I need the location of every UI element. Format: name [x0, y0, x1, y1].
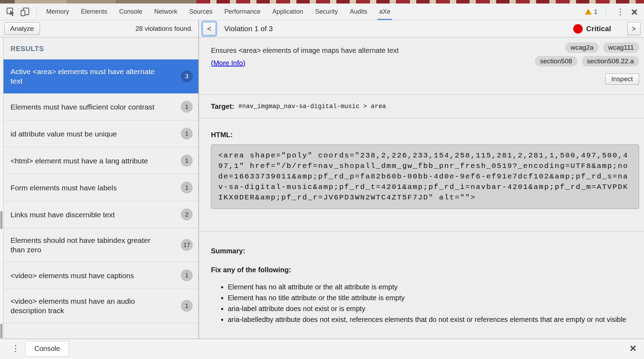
next-violation-button[interactable]: > — [627, 22, 640, 35]
html-label: HTML: — [211, 131, 639, 139]
target-selector: #nav_imgmap_nav-sa-digital-music > area — [238, 103, 386, 110]
violation-detail-panel: Ensures <area> elements of image maps ha… — [199, 37, 644, 339]
results-item-label: Elements should not have tabindex greate… — [11, 235, 155, 254]
violation-count-badge: 1 — [181, 300, 193, 312]
results-item[interactable]: Form elements must have labels1 — [4, 174, 198, 201]
fix-item: aria-labelledby attribute does not exist… — [228, 314, 634, 325]
tag-row: section508section508.22.a — [535, 56, 639, 66]
violation-tags: wcag2awcag111 section508section508.22.a — [535, 42, 639, 66]
results-item[interactable]: <html> element must have a lang attribut… — [4, 147, 198, 174]
toolbar-left-section: Analyze 28 violations found. — [0, 20, 199, 37]
devtools-tabbar: MemoryElementsConsoleNetworkSourcesPerfo… — [0, 3, 644, 20]
fix-item: Element has no title attribute or the ti… — [228, 293, 634, 303]
results-item[interactable]: Elements should not have tabindex greate… — [4, 228, 198, 262]
analyze-button[interactable]: Analyze — [4, 22, 40, 35]
tab-sources[interactable]: Sources — [183, 3, 218, 20]
background-awning-stripes — [196, 0, 644, 3]
violation-count-badge: 1 — [181, 101, 193, 113]
violation-count-badge: 1 — [181, 128, 193, 140]
panel-body: RESULTS Active <area> elements must have… — [0, 37, 644, 339]
tag-pill: section508.22.a — [582, 56, 639, 66]
tab-audits[interactable]: Audits — [344, 3, 373, 20]
violation-count-badge: 1 — [181, 155, 193, 167]
more-info-link[interactable]: (More Info) — [211, 59, 245, 67]
results-item[interactable]: Links must have discernible text2 — [4, 201, 198, 228]
results-item-label: Elements must have sufficient color cont… — [11, 102, 154, 112]
results-list: Active <area> elements must have alterna… — [4, 59, 198, 323]
axe-toolbar: Analyze 28 violations found. < Violation… — [0, 20, 644, 37]
target-label: Target: — [211, 103, 234, 111]
page-edge-strip — [0, 37, 4, 339]
tag-pill: section508 — [535, 56, 577, 66]
violation-count-badge: 2 — [181, 209, 193, 220]
results-item-label: id attribute value must be unique — [11, 129, 117, 139]
fix-label: Fix any of the following: — [211, 266, 639, 274]
tag-pill: wcag2a — [565, 42, 599, 53]
inspect-button[interactable]: Inspect — [605, 73, 639, 85]
violation-count-badge: 1 — [181, 182, 193, 193]
critical-severity-icon — [573, 24, 583, 34]
warning-count: 1 — [594, 8, 598, 16]
tabbar-right-controls: 1 ⋮ × — [585, 6, 644, 17]
violations-count: 28 violations found. — [135, 25, 193, 33]
summary-section: Summary: Fix any of the following: Eleme… — [199, 232, 644, 325]
results-item[interactable]: Active <area> elements must have alterna… — [4, 59, 198, 93]
devtools-tabs: MemoryElementsConsoleNetworkSourcesPerfo… — [40, 3, 396, 20]
toolbar-right-section: < Violation 1 of 3 Critical > — [199, 20, 644, 37]
severity-group: Critical — [573, 24, 611, 34]
tag-pill: wcag111 — [603, 42, 639, 53]
violation-count-badge: 1 — [181, 269, 193, 281]
tab-security[interactable]: Security — [309, 3, 344, 20]
html-code-block: <area shape="poly" coords="238,2,226,233… — [211, 145, 639, 209]
background-page-sliver — [0, 0, 644, 3]
tab-network[interactable]: Network — [148, 3, 183, 20]
controls-divider — [606, 7, 606, 17]
results-sidebar: RESULTS Active <area> elements must have… — [4, 37, 199, 339]
device-toolbar-icon[interactable] — [19, 6, 31, 18]
results-item-label: <html> element must have a lang attribut… — [11, 156, 148, 166]
console-drawer: ⋮ Console × — [0, 339, 644, 359]
violation-description: Ensures <area> elements of image maps ha… — [211, 47, 589, 55]
results-header: RESULTS — [4, 37, 198, 59]
tab-performance[interactable]: Performance — [218, 3, 266, 20]
tab-application[interactable]: Application — [266, 3, 309, 20]
close-devtools-icon[interactable]: × — [631, 6, 638, 17]
fix-item: aria-label attribute does not exist or i… — [228, 303, 634, 314]
results-item[interactable]: <video> elements must have captions1 — [4, 262, 198, 289]
results-item-label: Links must have discernible text — [11, 210, 115, 219]
devtools-window: MemoryElementsConsoleNetworkSourcesPerfo… — [0, 0, 644, 359]
tabbar-divider — [36, 7, 37, 17]
kebab-menu-icon[interactable]: ⋮ — [615, 7, 626, 16]
results-item-label: Active <area> elements must have alterna… — [11, 67, 155, 86]
inspect-element-icon[interactable] — [5, 6, 17, 18]
prev-violation-button[interactable]: < — [203, 22, 216, 35]
tab-axe[interactable]: aXe — [373, 3, 396, 20]
drawer-menu-icon[interactable]: ⋮ — [10, 344, 21, 353]
page-scrollbar-thumb — [0, 324, 2, 338]
violation-count-badge: 17 — [181, 239, 193, 251]
tab-console[interactable]: Console — [113, 3, 148, 20]
results-item-label: <video> elements must have an audio desc… — [11, 296, 155, 315]
violation-description-section: Ensures <area> elements of image maps ha… — [199, 37, 644, 94]
warning-badge[interactable]: 1 — [585, 8, 598, 16]
tab-console[interactable]: Console — [25, 341, 69, 357]
fix-list: Element has no alt attribute or the alt … — [211, 282, 639, 325]
target-row: Target: #nav_imgmap_nav-sa-digital-music… — [199, 95, 644, 118]
severity-label: Critical — [586, 24, 611, 33]
results-item-label: Form elements must have labels — [11, 183, 117, 192]
results-item-label: <video> elements must have captions — [11, 271, 134, 280]
drawer-close-icon[interactable]: × — [630, 343, 636, 354]
violation-position: Violation 1 of 3 — [224, 24, 273, 33]
summary-label: Summary: — [211, 247, 639, 255]
fix-item: Element has no alt attribute or the alt … — [228, 282, 634, 293]
results-item[interactable]: Elements must have sufficient color cont… — [4, 93, 198, 120]
tab-elements[interactable]: Elements — [75, 3, 113, 20]
violation-count-badge: 3 — [181, 70, 193, 82]
results-item[interactable]: <video> elements must have an audio desc… — [4, 289, 198, 323]
warning-icon — [585, 9, 592, 15]
page-scrollbar-thumb — [0, 211, 2, 229]
results-item[interactable]: id attribute value must be unique1 — [4, 120, 198, 147]
html-section: HTML: <area shape="poly" coords="238,2,2… — [199, 118, 644, 231]
tag-row: wcag2awcag111 — [565, 42, 639, 53]
tab-memory[interactable]: Memory — [40, 3, 75, 20]
